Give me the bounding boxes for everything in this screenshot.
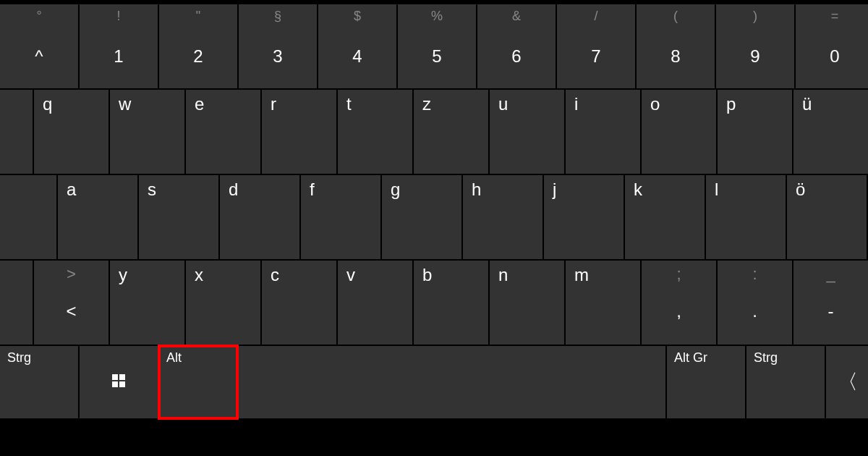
key-secondary: > bbox=[67, 265, 76, 284]
keyboard-row-1: ° ^ ! 1 " 2 § 3 $ 4 % 5 & 6 / 7 bbox=[0, 4, 868, 88]
key-d[interactable]: d bbox=[220, 175, 299, 259]
key-main: t bbox=[346, 94, 352, 114]
key-main: h bbox=[472, 180, 481, 200]
key-1[interactable]: ! 1 bbox=[80, 4, 158, 88]
key-label: Strg bbox=[754, 350, 778, 366]
key-secondary: ° bbox=[36, 9, 41, 24]
key-f[interactable]: f bbox=[301, 175, 380, 259]
windows-icon bbox=[112, 374, 125, 390]
keyboard-row-5: Strg Alt Alt Gr Strg 〈 bbox=[0, 346, 868, 418]
key-main: . bbox=[752, 301, 757, 321]
key-period[interactable]: : . bbox=[718, 261, 792, 345]
key-main: g bbox=[391, 180, 400, 200]
key-s[interactable]: s bbox=[139, 175, 218, 259]
key-main: v bbox=[346, 265, 355, 285]
key-ctrl-right[interactable]: Strg bbox=[746, 346, 825, 418]
key-l[interactable]: l bbox=[706, 175, 786, 259]
key-7[interactable]: / 7 bbox=[557, 4, 635, 88]
key-2[interactable]: " 2 bbox=[159, 4, 237, 88]
key-main: j bbox=[553, 180, 556, 200]
key-r[interactable]: r bbox=[262, 90, 336, 174]
key-secondary: = bbox=[831, 9, 839, 24]
key-x[interactable]: x bbox=[186, 261, 260, 345]
key-main: n bbox=[498, 265, 508, 285]
key-q[interactable]: q bbox=[34, 90, 109, 174]
key-b[interactable]: b bbox=[414, 261, 488, 345]
key-j[interactable]: j bbox=[544, 175, 624, 259]
key-g[interactable]: g bbox=[382, 175, 461, 259]
key-caret[interactable]: ° ^ bbox=[0, 4, 78, 88]
key-main: 9 bbox=[750, 46, 760, 67]
key-main: 7 bbox=[591, 46, 600, 67]
key-main: f bbox=[310, 180, 315, 200]
keyboard-row-2: q w e r t z u i o p ü bbox=[0, 90, 868, 174]
key-comma[interactable]: ; , bbox=[642, 261, 716, 345]
key-secondary: § bbox=[274, 9, 281, 24]
key-oe[interactable]: ö bbox=[787, 175, 867, 259]
key-h[interactable]: h bbox=[463, 175, 542, 259]
key-spacer[interactable] bbox=[0, 90, 33, 174]
key-main: 5 bbox=[432, 46, 441, 67]
keyboard-row-4: > < y x c v b n m ; , : . _ - bbox=[0, 261, 868, 345]
key-angle-brackets[interactable]: > < bbox=[34, 261, 109, 345]
key-main: ö bbox=[796, 180, 805, 200]
key-main: , bbox=[676, 301, 681, 321]
key-main: 0 bbox=[830, 46, 839, 67]
key-main: ü bbox=[802, 94, 812, 114]
keyboard-row-3: a s d f g h j k l ö bbox=[0, 175, 868, 259]
key-spacer[interactable] bbox=[0, 175, 56, 259]
key-secondary: : bbox=[752, 265, 757, 284]
key-main: 1 bbox=[114, 46, 123, 67]
key-main: < bbox=[66, 301, 76, 321]
key-0[interactable]: = 0 bbox=[796, 4, 868, 88]
key-5[interactable]: % 5 bbox=[398, 4, 476, 88]
key-main: b bbox=[422, 265, 432, 285]
key-main: 3 bbox=[273, 46, 282, 67]
key-e[interactable]: e bbox=[186, 90, 260, 174]
key-c[interactable]: c bbox=[262, 261, 336, 345]
key-n[interactable]: n bbox=[490, 261, 564, 345]
key-a[interactable]: a bbox=[58, 175, 137, 259]
key-6[interactable]: & 6 bbox=[477, 4, 556, 88]
key-main: d bbox=[229, 180, 238, 200]
key-t[interactable]: t bbox=[338, 90, 412, 174]
key-p[interactable]: p bbox=[718, 90, 792, 174]
key-y[interactable]: y bbox=[110, 261, 184, 345]
key-spacer[interactable] bbox=[0, 261, 33, 345]
key-secondary: $ bbox=[354, 9, 361, 24]
key-space[interactable] bbox=[239, 346, 665, 418]
key-ue[interactable]: ü bbox=[793, 90, 868, 174]
key-k[interactable]: k bbox=[625, 175, 705, 259]
key-main: k bbox=[634, 180, 642, 200]
key-v[interactable]: v bbox=[338, 261, 412, 345]
key-windows[interactable] bbox=[80, 346, 158, 418]
key-alt[interactable]: Alt bbox=[159, 346, 237, 418]
key-ctrl-left[interactable]: Strg bbox=[0, 346, 78, 418]
key-u[interactable]: u bbox=[490, 90, 564, 174]
key-i[interactable]: i bbox=[566, 90, 640, 174]
key-arrow-left[interactable]: 〈 bbox=[826, 346, 868, 418]
key-secondary: ! bbox=[116, 9, 120, 24]
key-main: i bbox=[574, 94, 578, 114]
arrow-left-icon: 〈 bbox=[838, 368, 858, 396]
key-4[interactable]: $ 4 bbox=[318, 4, 396, 88]
key-o[interactable]: o bbox=[642, 90, 716, 174]
key-main: 4 bbox=[352, 46, 362, 67]
key-main: p bbox=[726, 94, 736, 114]
key-secondary: _ bbox=[826, 265, 835, 284]
key-secondary: % bbox=[431, 9, 443, 24]
key-main: x bbox=[195, 265, 203, 285]
svg-rect-2 bbox=[112, 381, 118, 387]
key-minus[interactable]: _ - bbox=[793, 261, 868, 345]
key-label: Alt bbox=[166, 350, 182, 366]
key-z[interactable]: z bbox=[414, 90, 488, 174]
key-alt-gr[interactable]: Alt Gr bbox=[667, 346, 745, 418]
key-main: 2 bbox=[193, 46, 203, 67]
key-9[interactable]: ) 9 bbox=[716, 4, 794, 88]
key-secondary: ; bbox=[676, 265, 681, 284]
key-w[interactable]: w bbox=[110, 90, 184, 174]
key-3[interactable]: § 3 bbox=[239, 4, 317, 88]
key-8[interactable]: ( 8 bbox=[637, 4, 715, 88]
key-m[interactable]: m bbox=[566, 261, 640, 345]
key-secondary: ( bbox=[673, 9, 678, 24]
